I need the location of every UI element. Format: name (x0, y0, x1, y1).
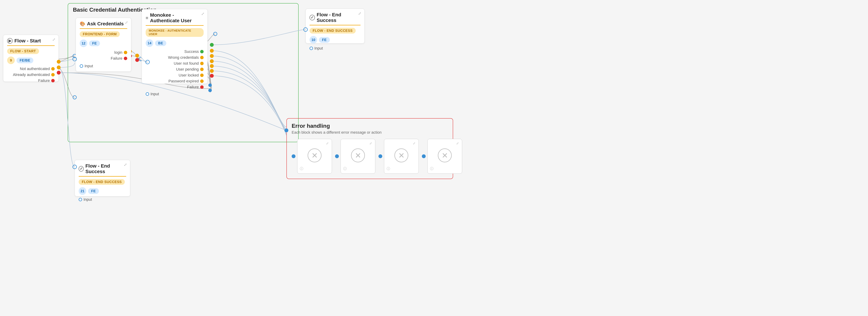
info-icon-1: ⓘ (300, 166, 303, 171)
expand-flow-end-1-icon[interactable]: ⤢ (358, 11, 361, 16)
port-input-monokee: Input (146, 92, 204, 96)
ask-credentials-badges: FRONTEND - FORM (80, 31, 127, 37)
flow-end-1-fe: FE (319, 37, 330, 43)
port-input-ask: Input (80, 64, 127, 68)
dot-login (124, 51, 127, 54)
dot-pwd-expired (200, 80, 204, 83)
port-input-end2: Input (79, 197, 126, 202)
error-handling-subtitle: Each block shows a different error messa… (292, 130, 448, 135)
flow-start-badge: FLOW - START (7, 48, 39, 54)
expand-ask-credentials-icon[interactable]: ⤢ (125, 20, 128, 25)
monokee-node: ⤢ ≡ Monokee - Authenticate User MONOKEE … (142, 9, 208, 84)
dot-wrong-cred (200, 56, 204, 59)
error-handling-title: Error handling (292, 123, 448, 129)
expand-error-2-icon[interactable]: ⤢ (369, 142, 372, 145)
dot-not-auth (51, 67, 55, 70)
monokee-badge: MONOKEE - AUTHENTICATE USER (146, 28, 204, 37)
dot-error-3 (378, 154, 382, 158)
dot-user-not-found (200, 62, 204, 65)
flow-end-2-num: 21 (79, 187, 86, 195)
flow-end-2-title: Flow - End Success (85, 163, 126, 174)
dot-input-ask (80, 64, 83, 68)
monokee-title: Monokee - Authenticate User (150, 12, 192, 24)
flow-start-node: ⤢ ▶ Flow - Start FLOW - START 9 FE/BE No… (3, 35, 59, 82)
dot-user-locked (200, 74, 204, 77)
dot-error-4 (422, 154, 426, 158)
flow-end-2-badge: FLOW - END SUCCESS (79, 179, 125, 185)
flow-end-success-2-node: ⤢ ✓ Flow - End Success FLOW - END SUCCES… (75, 160, 130, 196)
monokee-num: 14 (146, 39, 153, 47)
flow-end-1-num: 10 (310, 36, 317, 44)
x-circle-2: ✕ (351, 148, 365, 162)
flow-start-title: Flow - Start (14, 38, 41, 44)
x-circle-3: ✕ (395, 148, 408, 162)
dot-failure-start (51, 79, 55, 82)
play-icon: ▶ (7, 38, 13, 44)
dot-input-monokee (146, 92, 149, 96)
monokee-icon: ≡ (146, 15, 148, 21)
monokee-ports: Success Wrong credentials User not found… (146, 49, 204, 89)
flow-end-1-title: Flow - End Success (317, 12, 361, 23)
ask-credentials-node: ⤢ 🎨 Ask Credentials FRONTEND - FORM 12 F… (76, 18, 131, 71)
flow-start-fe: FE/BE (17, 58, 33, 63)
dot-error-1 (292, 154, 296, 158)
info-icon-4: ⓘ (430, 166, 433, 171)
port-pwd-expired: Password expired (146, 79, 204, 83)
error-card-1: ⤢ ✕ ⓘ (297, 139, 332, 174)
dot-success (200, 50, 204, 53)
port-already-auth: Already authenticated (7, 73, 55, 77)
ask-credentials-ports: login Failure (80, 50, 127, 61)
info-icon-2: ⓘ (343, 166, 347, 171)
check-icon-1: ✓ (310, 15, 315, 20)
expand-flow-end-2-icon[interactable]: ⤢ (124, 163, 127, 167)
error-card-3: ⤢ ✕ ⓘ (384, 139, 419, 174)
group-basic-credential: Basic Credential Authentication ⤢ 🎨 Ask … (68, 3, 299, 142)
dot-already-auth (51, 73, 55, 77)
expand-flow-start-icon[interactable]: ⤢ (52, 37, 55, 42)
dot-user-pending (200, 67, 204, 71)
palette-icon: 🎨 (80, 21, 85, 27)
flow-end-1-badge: FLOW - END SUCCESS (310, 28, 356, 33)
x-circle-1: ✕ (308, 148, 321, 162)
expand-error-1-icon[interactable]: ⤢ (326, 142, 329, 145)
frontend-form-badge: FRONTEND - FORM (80, 31, 120, 37)
port-failure-ask: Failure (80, 56, 127, 61)
info-icon-3: ⓘ (386, 166, 390, 171)
dot-error-2 (335, 154, 339, 158)
x-circle-4: ✕ (438, 148, 452, 162)
port-success: Success (146, 49, 204, 54)
monokee-fe: BE (155, 40, 166, 46)
flow-end-2-fe: FE (88, 188, 99, 194)
expand-error-4-icon[interactable]: ⤢ (456, 142, 459, 145)
ask-credentials-fe: FE (89, 40, 100, 46)
ask-credentials-title: Ask Credentials (87, 21, 124, 27)
dot-failure-ask (124, 57, 127, 60)
ask-credentials-divider (80, 28, 127, 29)
dot-input-end2 (79, 198, 82, 201)
port-user-pending: User pending (146, 67, 204, 71)
error-card-4: ⤢ ✕ ⓘ (427, 139, 462, 174)
error-handling-box: Error handling Each block shows a differ… (286, 118, 453, 179)
port-user-not-found: User not found (146, 61, 204, 66)
error-cards: ⤢ ✕ ⓘ ⤢ ✕ ⓘ ⤢ ✕ ⓘ (292, 139, 448, 174)
expand-monokee-icon[interactable]: ⤢ (201, 12, 204, 16)
port-login: login (80, 50, 127, 55)
flow-end-success-1-node: ⤢ ✓ Flow - End Success FLOW - END SUCCES… (306, 9, 365, 44)
flow-start-divider (7, 46, 55, 46)
port-input-end1: Input (310, 46, 361, 51)
port-user-locked: User locked (146, 73, 204, 78)
error-card-2: ⤢ ✕ ⓘ (341, 139, 375, 174)
port-failure-monokee: Failure (146, 85, 204, 89)
port-not-auth: Not authenticated (7, 66, 55, 71)
port-failure-start: Failure (7, 78, 55, 83)
dot-input-end1 (310, 47, 313, 50)
flow-end-1-divider (310, 25, 361, 25)
monokee-divider (146, 25, 204, 26)
flow-start-ports: Not authenticated Already authenticated … (7, 66, 55, 83)
ask-credentials-num: 12 (80, 39, 87, 47)
flow-end-2-divider (79, 176, 126, 177)
check-icon-2: ✓ (79, 166, 84, 172)
flow-start-num: 9 (7, 57, 15, 64)
expand-error-3-icon[interactable]: ⤢ (413, 142, 415, 145)
port-wrong-cred: Wrong credentials (146, 55, 204, 60)
